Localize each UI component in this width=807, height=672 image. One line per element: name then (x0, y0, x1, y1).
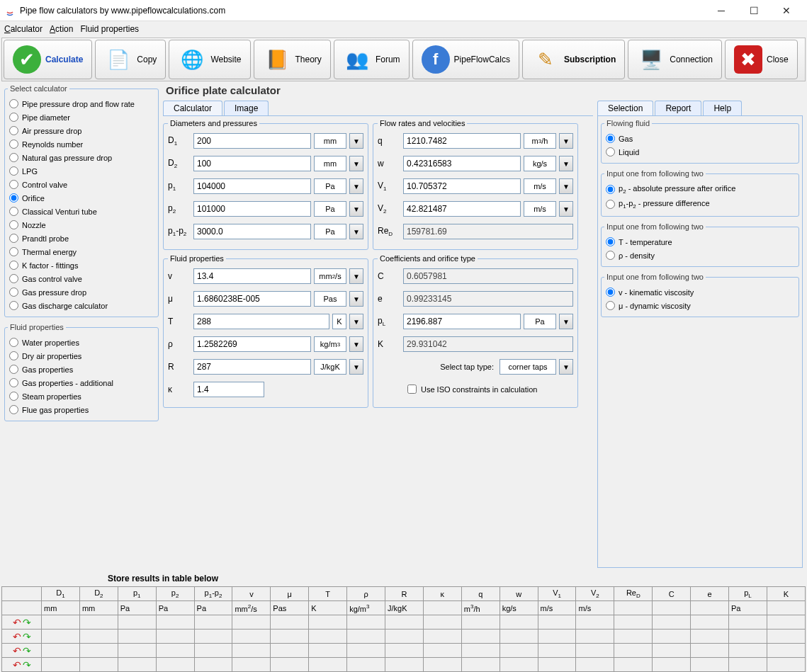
copy-button[interactable]: 📄 Copy (95, 40, 166, 79)
input-kappa[interactable] (193, 382, 264, 397)
subscription-button[interactable]: ✎ Subscription (522, 40, 625, 79)
copy-icon: 📄 (104, 45, 132, 74)
unit-nu-dropdown[interactable]: ▼ (349, 268, 363, 284)
unit-rho-dropdown[interactable]: ▼ (349, 336, 363, 352)
forum-button[interactable]: 👥 Forum (334, 40, 410, 79)
pencil-icon: ✎ (531, 45, 560, 74)
fluid-radio[interactable]: Flue gas properties (8, 403, 155, 416)
calc-radio[interactable]: Pipe diameter (8, 110, 155, 124)
unit-T-dropdown[interactable]: ▼ (349, 314, 363, 329)
radio-gas[interactable]: Gas (604, 132, 796, 145)
table-unit-header: m/s (576, 601, 614, 615)
calc-radio[interactable]: Orifice (8, 191, 155, 205)
calc-radio[interactable]: Reynolds number (8, 137, 155, 151)
unit-p1-dropdown[interactable]: ▼ (349, 178, 363, 194)
viscosity-group: Input one from following two v - kinemat… (601, 273, 799, 317)
radio-T[interactable]: T - temperature (604, 235, 796, 249)
fluid-radio[interactable]: Steam properties (8, 389, 155, 403)
radio-nu[interactable]: v - kinematic viscosity (604, 285, 796, 299)
maximize-button[interactable]: ☐ (738, 1, 770, 21)
input-nu[interactable] (193, 268, 311, 284)
tab-image[interactable]: Image (224, 101, 269, 115)
tap-type-dropdown[interactable]: ▼ (559, 359, 573, 375)
radio-mu[interactable]: μ - dynamic viscosity (604, 299, 796, 312)
unit-V2-dropdown[interactable]: ▼ (559, 201, 573, 217)
menu-fluid-properties[interactable]: Fluid properties (80, 24, 139, 34)
input-pL[interactable] (403, 314, 521, 329)
input-D2[interactable] (193, 156, 311, 171)
minimize-button[interactable]: ─ (705, 1, 738, 21)
radio-dp[interactable]: p1-p2 - pressure difference (604, 197, 796, 212)
row-store-buttons[interactable]: ↶↷ (4, 646, 39, 656)
row-store-buttons[interactable]: ↶↷ (4, 660, 39, 670)
unit-D2-dropdown[interactable]: ▼ (349, 156, 363, 171)
tab-calculator[interactable]: Calculator (163, 101, 222, 115)
fluid-radio[interactable]: Gas properties - additional (8, 376, 155, 389)
input-p1[interactable] (193, 178, 311, 194)
calc-radio[interactable]: Natural gas pressure drop (8, 151, 155, 164)
calc-radio[interactable]: LPG (8, 164, 155, 178)
fluid-radio[interactable]: Gas properties (8, 363, 155, 376)
unit-dp-dropdown[interactable]: ▼ (349, 224, 363, 239)
website-button[interactable]: 🌐 Website (169, 40, 250, 79)
input-T[interactable] (193, 314, 329, 329)
radio-p2[interactable]: p2 - absolute pressure after orifice (604, 182, 796, 197)
calc-radio[interactable]: Prandtl probe (8, 232, 155, 245)
unit-p2-dropdown[interactable]: ▼ (349, 201, 363, 217)
calc-radio[interactable]: Classical Venturi tube (8, 205, 155, 218)
input-p2[interactable] (193, 201, 311, 217)
input-w[interactable] (403, 156, 521, 171)
iso-constraints-checkbox[interactable] (407, 385, 417, 394)
input-mu[interactable] (193, 291, 311, 307)
table-row: ↶↷ (2, 658, 806, 672)
tab-selection[interactable]: Selection (597, 101, 653, 115)
fluid-radio[interactable]: Dry air properties (8, 349, 155, 363)
input-R[interactable] (193, 359, 311, 375)
input-V2[interactable] (403, 201, 521, 217)
unit-D1-dropdown[interactable]: ▼ (349, 133, 363, 149)
calc-radio[interactable]: K factor - fittings (8, 258, 155, 272)
input-dp[interactable] (193, 224, 311, 239)
calc-radio[interactable]: Thermal energy (8, 245, 155, 258)
calc-radio[interactable]: Air pressure drop (8, 124, 155, 137)
fluid-radio[interactable]: Water properties (8, 336, 155, 349)
table-header: w (500, 587, 538, 601)
row-store-buttons[interactable]: ↶↷ (4, 617, 39, 627)
label-V2: V2 (378, 203, 400, 215)
unit-q-dropdown[interactable]: ▼ (559, 133, 573, 149)
input-D1[interactable] (193, 133, 311, 149)
calc-radio[interactable]: Gas pressure drop (8, 285, 155, 299)
pipeflowcalcs-button[interactable]: f PipeFlowCalcs (412, 40, 519, 79)
input-V1[interactable] (403, 178, 521, 194)
calc-radio[interactable]: Control valve (8, 178, 155, 191)
menu-calculator[interactable]: Calculator (4, 24, 43, 34)
input-rho[interactable] (193, 336, 311, 352)
unit-w-dropdown[interactable]: ▼ (559, 156, 573, 171)
row-store-buttons[interactable]: ↶↷ (4, 632, 39, 642)
table-unit-header (2, 601, 42, 615)
calc-radio[interactable]: Gas control valve (8, 272, 155, 285)
unit-V1-dropdown[interactable]: ▼ (559, 178, 573, 194)
tab-help[interactable]: Help (703, 101, 742, 115)
close-app-button[interactable]: ✖ Close (725, 40, 798, 79)
menu-action[interactable]: Action (50, 24, 73, 34)
label-V1: V1 (378, 181, 400, 192)
unit-mu-dropdown[interactable]: ▼ (349, 291, 363, 307)
checkmark-icon: ✔ (13, 45, 41, 74)
unit-R-dropdown[interactable]: ▼ (349, 359, 363, 375)
radio-rho[interactable]: ρ - density (604, 249, 796, 262)
radio-liquid[interactable]: Liquid (604, 145, 796, 159)
unit-p1: Pa (314, 178, 346, 194)
table-header: D1 (42, 587, 80, 601)
panel-fluid-properties: Fluid properties vmm2/s▼ μPas▼ TK▼ ρkg/m… (163, 254, 368, 408)
calculate-button[interactable]: ✔ Calculate (4, 40, 92, 79)
connection-button[interactable]: 🖥️ Connection (628, 40, 722, 79)
theory-button[interactable]: 📙 Theory (254, 40, 331, 79)
unit-pL-dropdown[interactable]: ▼ (559, 314, 573, 329)
tab-report[interactable]: Report (655, 101, 701, 115)
input-q[interactable] (403, 133, 521, 149)
calc-radio[interactable]: Gas discharge calculator (8, 299, 155, 312)
calc-radio[interactable]: Pipe pressure drop and flow rate (8, 97, 155, 110)
calc-radio[interactable]: Nozzle (8, 218, 155, 232)
close-button[interactable]: ✕ (770, 1, 803, 21)
